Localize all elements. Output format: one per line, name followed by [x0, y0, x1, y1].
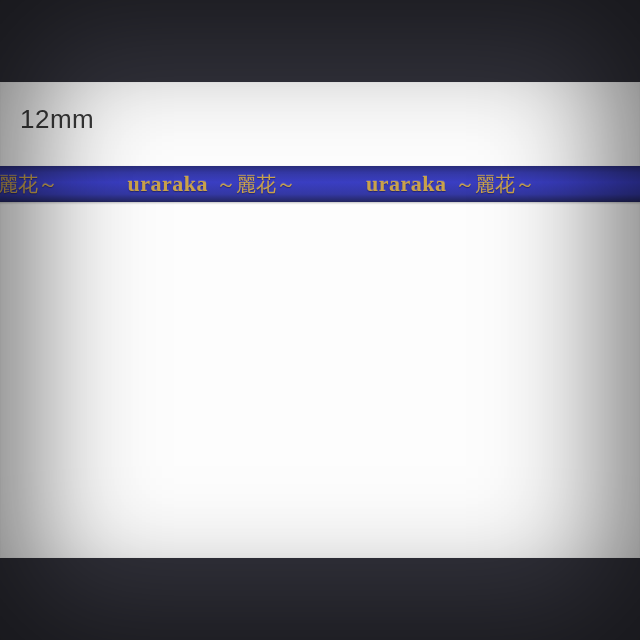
brand-latin: uraraka — [366, 166, 447, 202]
ribbon-print-track: uraraka ～麗花～ uraraka ～麗花～ uraraka ～麗花～ — [0, 166, 605, 202]
ribbon-repeat: uraraka ～麗花～ — [0, 166, 58, 202]
brand-kanji: ～麗花～ — [0, 166, 58, 202]
brand-kanji: ～麗花～ — [216, 166, 296, 202]
photo-frame: 12mm uraraka ～麗花～ uraraka ～麗花～ uraraka ～… — [0, 0, 640, 640]
ribbon-width-label: 12mm — [20, 104, 94, 135]
ribbon-repeat: uraraka ～麗花～ — [128, 166, 297, 202]
ribbon-repeat: uraraka ～麗花～ — [366, 166, 535, 202]
product-card: 12mm uraraka ～麗花～ uraraka ～麗花～ uraraka ～… — [0, 82, 640, 558]
brand-latin: uraraka — [128, 166, 209, 202]
ribbon-sample: uraraka ～麗花～ uraraka ～麗花～ uraraka ～麗花～ — [0, 166, 640, 202]
brand-kanji: ～麗花～ — [455, 166, 535, 202]
